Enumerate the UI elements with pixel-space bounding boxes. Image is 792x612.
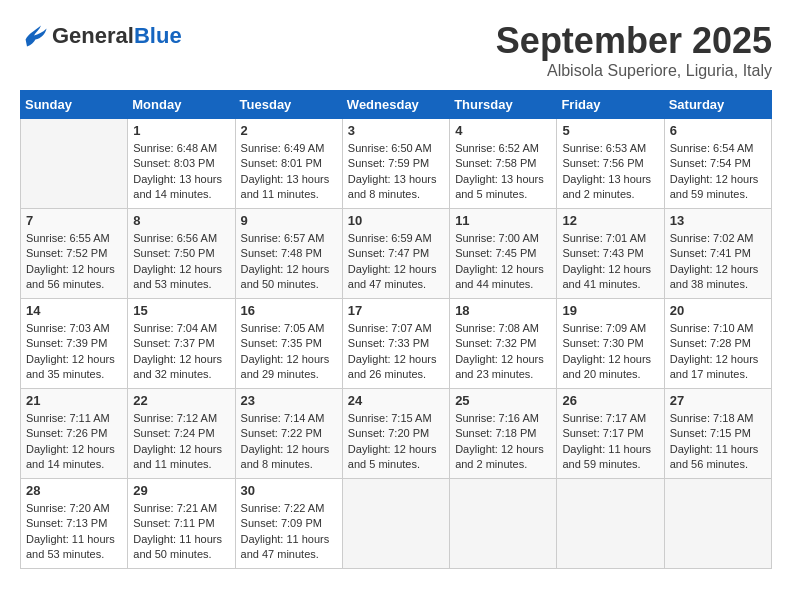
day-info: Sunrise: 7:01 AMSunset: 7:43 PMDaylight:…: [562, 231, 658, 293]
calendar-cell: 5Sunrise: 6:53 AMSunset: 7:56 PMDaylight…: [557, 119, 664, 209]
day-number: 23: [241, 393, 337, 408]
calendar-cell: 20Sunrise: 7:10 AMSunset: 7:28 PMDayligh…: [664, 299, 771, 389]
col-header-thursday: Thursday: [450, 91, 557, 119]
calendar-cell: 21Sunrise: 7:11 AMSunset: 7:26 PMDayligh…: [21, 389, 128, 479]
day-number: 26: [562, 393, 658, 408]
day-info: Sunrise: 6:50 AMSunset: 7:59 PMDaylight:…: [348, 141, 444, 203]
calendar-week-row: 28Sunrise: 7:20 AMSunset: 7:13 PMDayligh…: [21, 479, 772, 569]
col-header-saturday: Saturday: [664, 91, 771, 119]
calendar-cell: [342, 479, 449, 569]
day-number: 13: [670, 213, 766, 228]
logo-blue: Blue: [134, 24, 182, 48]
day-number: 3: [348, 123, 444, 138]
bird-icon: [20, 20, 48, 48]
day-info: Sunrise: 6:49 AMSunset: 8:01 PMDaylight:…: [241, 141, 337, 203]
day-number: 19: [562, 303, 658, 318]
logo: GeneralBlue: [20, 20, 182, 52]
day-info: Sunrise: 7:10 AMSunset: 7:28 PMDaylight:…: [670, 321, 766, 383]
calendar-cell: 4Sunrise: 6:52 AMSunset: 7:58 PMDaylight…: [450, 119, 557, 209]
day-info: Sunrise: 7:17 AMSunset: 7:17 PMDaylight:…: [562, 411, 658, 473]
day-info: Sunrise: 7:03 AMSunset: 7:39 PMDaylight:…: [26, 321, 122, 383]
calendar-cell: 17Sunrise: 7:07 AMSunset: 7:33 PMDayligh…: [342, 299, 449, 389]
calendar-cell: [664, 479, 771, 569]
day-number: 4: [455, 123, 551, 138]
calendar-cell: 23Sunrise: 7:14 AMSunset: 7:22 PMDayligh…: [235, 389, 342, 479]
day-info: Sunrise: 7:16 AMSunset: 7:18 PMDaylight:…: [455, 411, 551, 473]
calendar-cell: 28Sunrise: 7:20 AMSunset: 7:13 PMDayligh…: [21, 479, 128, 569]
calendar-week-row: 21Sunrise: 7:11 AMSunset: 7:26 PMDayligh…: [21, 389, 772, 479]
calendar-week-row: 1Sunrise: 6:48 AMSunset: 8:03 PMDaylight…: [21, 119, 772, 209]
calendar-cell: 1Sunrise: 6:48 AMSunset: 8:03 PMDaylight…: [128, 119, 235, 209]
col-header-wednesday: Wednesday: [342, 91, 449, 119]
day-number: 15: [133, 303, 229, 318]
day-number: 8: [133, 213, 229, 228]
calendar-cell: 29Sunrise: 7:21 AMSunset: 7:11 PMDayligh…: [128, 479, 235, 569]
page-header: GeneralBlue September 2025 Albisola Supe…: [20, 20, 772, 80]
calendar-cell: 19Sunrise: 7:09 AMSunset: 7:30 PMDayligh…: [557, 299, 664, 389]
col-header-monday: Monday: [128, 91, 235, 119]
day-number: 18: [455, 303, 551, 318]
calendar-cell: 24Sunrise: 7:15 AMSunset: 7:20 PMDayligh…: [342, 389, 449, 479]
day-info: Sunrise: 7:22 AMSunset: 7:09 PMDaylight:…: [241, 501, 337, 563]
calendar-cell: 7Sunrise: 6:55 AMSunset: 7:52 PMDaylight…: [21, 209, 128, 299]
calendar-cell: 27Sunrise: 7:18 AMSunset: 7:15 PMDayligh…: [664, 389, 771, 479]
calendar-cell: 16Sunrise: 7:05 AMSunset: 7:35 PMDayligh…: [235, 299, 342, 389]
calendar-cell: 22Sunrise: 7:12 AMSunset: 7:24 PMDayligh…: [128, 389, 235, 479]
calendar-cell: 3Sunrise: 6:50 AMSunset: 7:59 PMDaylight…: [342, 119, 449, 209]
day-info: Sunrise: 6:59 AMSunset: 7:47 PMDaylight:…: [348, 231, 444, 293]
day-info: Sunrise: 7:12 AMSunset: 7:24 PMDaylight:…: [133, 411, 229, 473]
calendar-table: SundayMondayTuesdayWednesdayThursdayFrid…: [20, 90, 772, 569]
day-number: 11: [455, 213, 551, 228]
col-header-friday: Friday: [557, 91, 664, 119]
day-info: Sunrise: 7:05 AMSunset: 7:35 PMDaylight:…: [241, 321, 337, 383]
day-info: Sunrise: 7:18 AMSunset: 7:15 PMDaylight:…: [670, 411, 766, 473]
day-info: Sunrise: 7:20 AMSunset: 7:13 PMDaylight:…: [26, 501, 122, 563]
day-number: 2: [241, 123, 337, 138]
day-number: 7: [26, 213, 122, 228]
day-info: Sunrise: 7:21 AMSunset: 7:11 PMDaylight:…: [133, 501, 229, 563]
day-number: 22: [133, 393, 229, 408]
day-info: Sunrise: 7:08 AMSunset: 7:32 PMDaylight:…: [455, 321, 551, 383]
col-header-tuesday: Tuesday: [235, 91, 342, 119]
day-number: 20: [670, 303, 766, 318]
day-number: 28: [26, 483, 122, 498]
calendar-cell: 11Sunrise: 7:00 AMSunset: 7:45 PMDayligh…: [450, 209, 557, 299]
calendar-cell: [21, 119, 128, 209]
day-number: 17: [348, 303, 444, 318]
calendar-week-row: 14Sunrise: 7:03 AMSunset: 7:39 PMDayligh…: [21, 299, 772, 389]
calendar-cell: 13Sunrise: 7:02 AMSunset: 7:41 PMDayligh…: [664, 209, 771, 299]
day-info: Sunrise: 7:07 AMSunset: 7:33 PMDaylight:…: [348, 321, 444, 383]
calendar-cell: 25Sunrise: 7:16 AMSunset: 7:18 PMDayligh…: [450, 389, 557, 479]
day-info: Sunrise: 6:55 AMSunset: 7:52 PMDaylight:…: [26, 231, 122, 293]
calendar-cell: 8Sunrise: 6:56 AMSunset: 7:50 PMDaylight…: [128, 209, 235, 299]
day-number: 30: [241, 483, 337, 498]
calendar-cell: 30Sunrise: 7:22 AMSunset: 7:09 PMDayligh…: [235, 479, 342, 569]
day-number: 12: [562, 213, 658, 228]
month-year-title: September 2025: [496, 20, 772, 62]
day-info: Sunrise: 7:09 AMSunset: 7:30 PMDaylight:…: [562, 321, 658, 383]
calendar-cell: [450, 479, 557, 569]
calendar-week-row: 7Sunrise: 6:55 AMSunset: 7:52 PMDaylight…: [21, 209, 772, 299]
calendar-cell: 14Sunrise: 7:03 AMSunset: 7:39 PMDayligh…: [21, 299, 128, 389]
logo-general: General: [52, 24, 134, 48]
day-number: 24: [348, 393, 444, 408]
day-info: Sunrise: 7:00 AMSunset: 7:45 PMDaylight:…: [455, 231, 551, 293]
day-info: Sunrise: 7:14 AMSunset: 7:22 PMDaylight:…: [241, 411, 337, 473]
day-number: 16: [241, 303, 337, 318]
day-info: Sunrise: 6:53 AMSunset: 7:56 PMDaylight:…: [562, 141, 658, 203]
day-number: 14: [26, 303, 122, 318]
day-info: Sunrise: 6:56 AMSunset: 7:50 PMDaylight:…: [133, 231, 229, 293]
calendar-cell: 12Sunrise: 7:01 AMSunset: 7:43 PMDayligh…: [557, 209, 664, 299]
calendar-cell: 2Sunrise: 6:49 AMSunset: 8:01 PMDaylight…: [235, 119, 342, 209]
day-number: 29: [133, 483, 229, 498]
logo-text-block: GeneralBlue: [52, 24, 182, 48]
calendar-cell: 6Sunrise: 6:54 AMSunset: 7:54 PMDaylight…: [664, 119, 771, 209]
calendar-cell: 15Sunrise: 7:04 AMSunset: 7:37 PMDayligh…: [128, 299, 235, 389]
day-number: 1: [133, 123, 229, 138]
day-info: Sunrise: 7:02 AMSunset: 7:41 PMDaylight:…: [670, 231, 766, 293]
calendar-cell: 18Sunrise: 7:08 AMSunset: 7:32 PMDayligh…: [450, 299, 557, 389]
day-info: Sunrise: 7:04 AMSunset: 7:37 PMDaylight:…: [133, 321, 229, 383]
day-info: Sunrise: 6:57 AMSunset: 7:48 PMDaylight:…: [241, 231, 337, 293]
day-info: Sunrise: 6:54 AMSunset: 7:54 PMDaylight:…: [670, 141, 766, 203]
day-number: 25: [455, 393, 551, 408]
